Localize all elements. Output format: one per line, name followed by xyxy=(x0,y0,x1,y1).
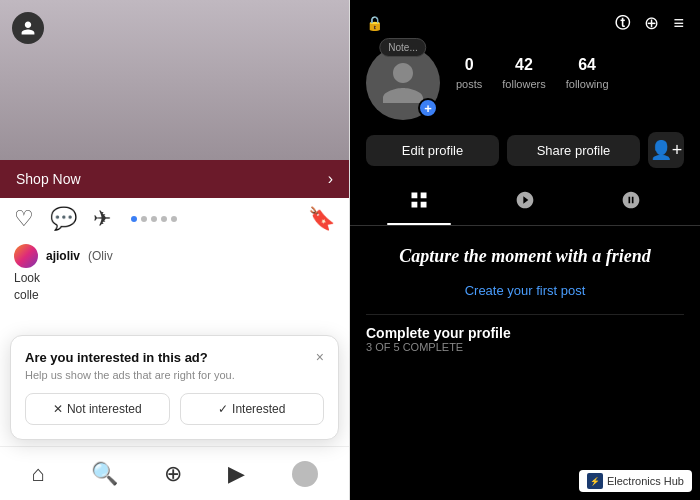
tab-tagged[interactable] xyxy=(578,180,684,225)
complete-profile-sub: 3 OF 5 COMPLETE xyxy=(366,341,684,353)
tab-reels[interactable] xyxy=(472,180,578,225)
check-icon: ✓ xyxy=(218,402,228,416)
dot-2 xyxy=(141,216,147,222)
search-nav-icon[interactable]: 🔍 xyxy=(91,461,118,487)
add-photo-button[interactable]: + xyxy=(418,98,438,118)
profile-nav-avatar[interactable] xyxy=(292,461,318,487)
interested-button[interactable]: ✓ Interested xyxy=(180,393,325,425)
watermark-logo: ⚡ xyxy=(587,473,603,489)
following-label: following xyxy=(566,78,609,90)
profile-note[interactable]: Note... xyxy=(379,38,426,57)
reels-icon[interactable]: ▶ xyxy=(228,461,245,487)
story-avatar[interactable] xyxy=(12,12,44,44)
dot-1 xyxy=(131,216,137,222)
x-icon: ✕ xyxy=(53,402,63,416)
capture-text: Capture the moment with a friend xyxy=(399,246,651,267)
posts-count: 0 xyxy=(456,56,482,74)
comment-icon[interactable]: 💬 xyxy=(50,206,77,232)
stat-followers: 42 followers xyxy=(502,56,545,92)
share-profile-button[interactable]: Share profile xyxy=(507,135,640,166)
like-icon[interactable]: ♡ xyxy=(14,206,34,232)
watermark: ⚡ Electronics Hub xyxy=(579,470,692,492)
top-icons: ⓣ ⊕ ≡ xyxy=(615,12,684,34)
shop-now-bar[interactable]: Shop Now › xyxy=(0,160,349,198)
dialog-buttons: ✕ Not interested ✓ Interested xyxy=(25,393,324,425)
create-post-link[interactable]: Create your first post xyxy=(465,283,586,298)
edit-profile-button[interactable]: Edit profile xyxy=(366,135,499,166)
profile-buttons: Edit profile Share profile 👤+ xyxy=(350,132,700,180)
interested-label: Interested xyxy=(232,402,285,416)
not-interested-button[interactable]: ✕ Not interested xyxy=(25,393,170,425)
add-friend-button[interactable]: 👤+ xyxy=(648,132,684,168)
bottom-nav: ⌂ 🔍 ⊕ ▶ xyxy=(0,446,349,500)
followers-label: followers xyxy=(502,78,545,90)
profile-stats: 0 posts 42 followers 64 following xyxy=(456,46,609,92)
dialog-header: Are you interested in this ad? × xyxy=(25,350,324,365)
add-icon[interactable]: ⊕ xyxy=(164,461,182,487)
stat-posts: 0 posts xyxy=(456,56,482,92)
action-bar: ♡ 💬 ✈ 🔖 xyxy=(0,198,349,240)
profile-content: Capture the moment with a friend Create … xyxy=(350,226,700,500)
menu-icon[interactable]: ≡ xyxy=(673,13,684,34)
lock-icon: 🔒 xyxy=(366,15,383,31)
dot-4 xyxy=(161,216,167,222)
tab-grid[interactable] xyxy=(366,180,472,225)
profile-section: Note... + 0 posts 42 followers 64 follow… xyxy=(350,38,700,132)
post-username[interactable]: ajioliv xyxy=(46,249,80,263)
complete-profile-section: Complete your profile 3 OF 5 COMPLETE xyxy=(366,314,684,353)
close-icon[interactable]: × xyxy=(316,350,324,364)
posts-label: posts xyxy=(456,78,482,90)
add-person-icon: 👤+ xyxy=(650,139,683,161)
right-panel: 🔒 ⓣ ⊕ ≡ Note... + 0 posts 42 followers xyxy=(350,0,700,500)
threads-icon[interactable]: ⓣ xyxy=(615,14,630,33)
dot-3 xyxy=(151,216,157,222)
post-caption: ajioliv (Oliv Look colle xyxy=(0,240,349,312)
dot-5 xyxy=(171,216,177,222)
post-username-2: (Oliv xyxy=(88,249,113,263)
post-image xyxy=(0,0,349,160)
tab-bar xyxy=(350,180,700,226)
stat-following: 64 following xyxy=(566,56,609,92)
left-panel: Shop Now › ♡ 💬 ✈ 🔖 ajioliv (Oliv Look co… xyxy=(0,0,350,500)
dialog-subtitle: Help us show the ads that are right for … xyxy=(25,369,324,381)
complete-profile-title: Complete your profile xyxy=(366,325,684,341)
add-new-icon[interactable]: ⊕ xyxy=(644,12,659,34)
dots-indicator xyxy=(131,216,177,222)
chevron-right-icon: › xyxy=(328,170,333,188)
dialog-title: Are you interested in this ad? xyxy=(25,350,208,365)
not-interested-label: Not interested xyxy=(67,402,142,416)
user-avatar xyxy=(14,244,38,268)
followers-count: 42 xyxy=(502,56,545,74)
post-user: ajioliv (Oliv xyxy=(14,244,335,268)
shop-now-label: Shop Now xyxy=(16,171,81,187)
ad-interest-dialog: Are you interested in this ad? × Help us… xyxy=(10,335,339,440)
top-bar: 🔒 ⓣ ⊕ ≡ xyxy=(350,0,700,38)
post-text: Look colle xyxy=(14,270,335,304)
home-icon[interactable]: ⌂ xyxy=(31,461,44,487)
share-icon[interactable]: ✈ xyxy=(93,206,111,232)
following-count: 64 xyxy=(566,56,609,74)
bookmark-icon[interactable]: 🔖 xyxy=(308,206,335,232)
profile-avatar-wrap: Note... + xyxy=(366,46,440,120)
watermark-text: Electronics Hub xyxy=(607,475,684,487)
